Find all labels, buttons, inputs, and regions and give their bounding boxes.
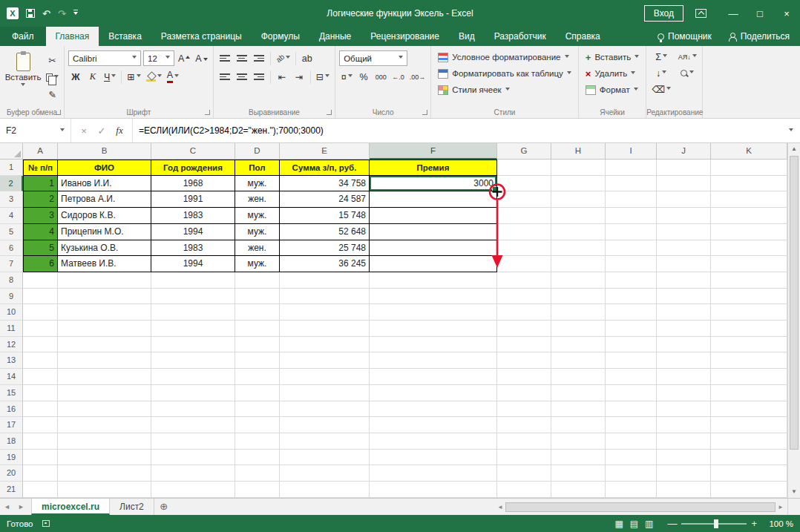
column-header-I[interactable]: I [606,143,657,160]
cell-H8[interactable] [551,272,606,289]
cell-G3[interactable] [497,191,551,208]
delete-cells-button[interactable]: ×Удалить [583,65,642,82]
cell-C18[interactable] [151,433,235,450]
cell-C8[interactable] [151,272,235,289]
cell-C16[interactable] [151,401,235,418]
bold-button[interactable]: Ж [68,69,83,85]
cell-G10[interactable] [497,304,551,321]
cell-E10[interactable] [280,304,370,321]
cell-C12[interactable] [151,337,235,353]
save-icon[interactable] [26,9,35,18]
tab-Рецензирование[interactable]: Рецензирование [361,27,449,46]
find-select-icon[interactable] [677,65,698,81]
cell-K8[interactable] [711,272,787,289]
cell-D15[interactable] [235,385,280,401]
cell-H14[interactable] [551,369,606,385]
cell-J17[interactable] [657,417,711,433]
cell-D7[interactable]: муж. [235,256,280,272]
cell-K21[interactable] [711,482,787,498]
cell-E18[interactable] [280,433,370,450]
cell-I19[interactable] [606,450,657,466]
cell-G14[interactable] [497,369,551,385]
cell-G13[interactable] [497,352,551,369]
row-header-10[interactable]: 10 [0,304,23,321]
cell-A3[interactable]: 2 [23,191,58,208]
cell-J18[interactable] [657,433,711,450]
cell-H16[interactable] [551,401,606,418]
tab-Формулы[interactable]: Формулы [252,27,309,46]
cell-I15[interactable] [606,385,657,401]
cell-I11[interactable] [606,321,657,337]
increase-decimal-icon[interactable]: ←.0 [390,69,406,85]
cell-C10[interactable] [151,304,235,321]
cell-B11[interactable] [58,321,151,337]
underline-button[interactable]: Ч [102,69,117,85]
cell-B18[interactable] [58,433,151,450]
column-header-B[interactable]: B [58,143,151,160]
cell-A15[interactable] [23,385,58,401]
cell-F11[interactable] [370,321,497,337]
cell-H11[interactable] [551,321,606,337]
autosum-icon[interactable]: Σ [650,49,672,65]
cell-D9[interactable] [235,289,280,305]
font-family-select[interactable]: Calibri [68,50,141,66]
cell-I21[interactable] [606,482,657,498]
column-header-H[interactable]: H [551,143,606,160]
tab-Вид[interactable]: Вид [449,27,485,46]
cell-A19[interactable] [23,450,58,466]
cell-H6[interactable] [551,240,606,257]
fill-color-icon[interactable] [145,69,163,85]
cell-G4[interactable] [497,208,551,224]
cell-D13[interactable] [235,352,280,369]
cell-J16[interactable] [657,401,711,418]
cell-J19[interactable] [657,450,711,466]
cell-H10[interactable] [551,304,606,321]
cell-A18[interactable] [23,433,58,450]
cell-G1[interactable] [497,160,551,176]
row-header-6[interactable]: 6 [0,240,23,257]
cell-E4[interactable]: 15 748 [280,208,370,224]
decrease-indent-icon[interactable]: ⇤ [275,69,289,85]
cell-J20[interactable] [657,465,711,482]
cell-F15[interactable] [370,385,497,401]
cell-F16[interactable] [370,401,497,418]
cell-A14[interactable] [23,369,58,385]
zoom-in-icon[interactable]: + [751,518,757,529]
cell-D14[interactable] [235,369,280,385]
sort-filter-icon[interactable]: АЯ↓ [677,49,698,65]
cell-I3[interactable] [606,191,657,208]
tab-Вставка[interactable]: Вставка [99,27,151,46]
cell-K20[interactable] [711,465,787,482]
cell-I10[interactable] [606,304,657,321]
cell-E11[interactable] [280,321,370,337]
fill-icon[interactable]: ↓ [650,65,672,81]
cell-F13[interactable] [370,352,497,369]
cell-H17[interactable] [551,417,606,433]
cancel-entry-icon[interactable]: × [76,125,92,137]
cell-B17[interactable] [58,417,151,433]
cell-J2[interactable] [657,176,711,192]
cell-J11[interactable] [657,321,711,337]
cell-A8[interactable] [23,272,58,289]
cell-F3[interactable] [370,191,497,208]
cell-I18[interactable] [606,433,657,450]
wrap-text-icon[interactable]: ab [300,50,315,66]
column-header-D[interactable]: D [235,143,280,160]
customize-quick-access-icon[interactable] [73,10,78,17]
cell-A17[interactable] [23,417,58,433]
orientation-icon[interactable]: ab [275,50,292,66]
row-header-21[interactable]: 21 [0,482,23,498]
horizontal-scroll-thumb[interactable] [505,502,776,512]
percent-style-icon[interactable]: % [356,69,371,85]
cell-K4[interactable] [711,208,787,224]
cell-K15[interactable] [711,385,787,401]
cell-A16[interactable] [23,401,58,418]
select-all-corner[interactable] [0,143,23,160]
cell-K12[interactable] [711,337,787,353]
cell-H4[interactable] [551,208,606,224]
cell-styles-button[interactable]: Стили ячеек [435,82,574,98]
number-dialog-launcher-icon[interactable] [422,110,427,115]
font-color-icon[interactable]: А [165,69,180,85]
column-header-A[interactable]: A [23,143,58,160]
zoom-slider-thumb[interactable] [714,519,718,528]
